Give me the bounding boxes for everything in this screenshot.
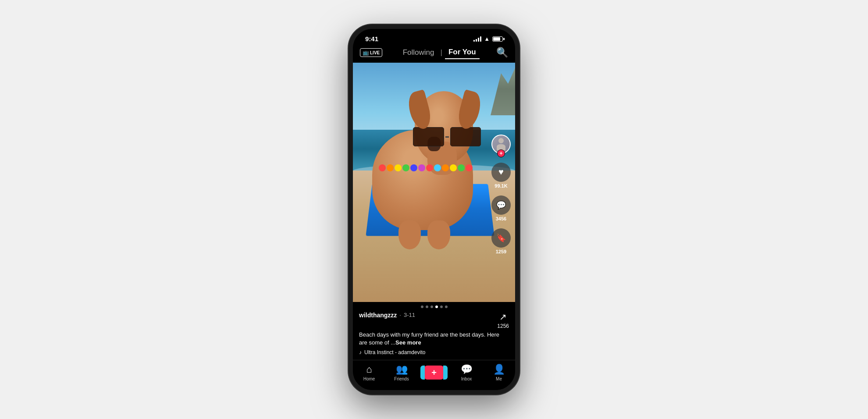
action-buttons: + ♥ 99.1K 💬 3456 🔖 1259 [491,135,511,254]
top-nav: 📺 LIVE Following | For You 🔍 [353,44,515,63]
for-you-tab[interactable]: For You [445,46,480,59]
friends-label: Friends [394,376,409,381]
bookmark-count: 1259 [496,249,506,254]
post-date-value: 3-11 [404,312,415,318]
share-icon: ↗ [499,312,507,322]
comment-button[interactable]: 💬 3456 [491,195,511,221]
nav-divider: | [440,48,442,57]
follow-plus-icon: + [497,149,505,157]
page-dots [359,305,509,308]
time: 9:41 [365,35,378,43]
following-tab[interactable]: Following [399,46,438,59]
dot-5 [440,305,443,308]
dot-6 [445,305,448,308]
inbox-label: Inbox [461,376,472,381]
bottom-nav: ⌂ Home 👥 Friends + 💬 Inbox 👤 Me [353,360,515,390]
music-icon: ♪ [359,349,362,355]
music-text: Ultra Instinct - adamdevito [364,349,425,355]
nav-friends[interactable]: 👥 Friends [388,364,415,381]
battery-icon [492,36,503,42]
status-bar: 9:41 ▲ [353,29,515,44]
home-icon: ⌂ [366,364,372,375]
nav-inbox[interactable]: 💬 Inbox [453,364,480,381]
dot-4 [435,305,438,308]
dot-1 [421,305,423,308]
video-area[interactable]: + ♥ 99.1K 💬 3456 🔖 1259 [353,63,515,302]
beach-scene [353,63,515,302]
bottom-info: wildthangzzz · 3-11 ↗ 1256 Beach days wi… [353,302,515,360]
inbox-icon: 💬 [461,364,473,375]
bookmark-icon: 🔖 [491,228,511,248]
signal-icon [473,36,481,42]
wifi-icon: ▲ [484,36,490,42]
sunglasses [413,127,481,146]
add-button[interactable]: + [424,366,444,380]
post-meta: wildthangzzz · 3-11 [359,312,415,319]
comment-count: 3456 [496,216,506,221]
share-count: 1256 [497,323,509,329]
right-lens [450,127,481,146]
nav-tabs: Following | For You [399,46,480,59]
see-more-button[interactable]: See more [395,339,421,346]
paw-right [427,220,450,249]
paw-left [398,220,421,249]
share-button[interactable]: ↗ 1256 [497,312,509,329]
search-button[interactable]: 🔍 [496,47,508,58]
nav-add[interactable]: + [421,366,447,380]
me-label: Me [496,376,502,381]
bridge [445,136,449,138]
friends-icon: 👥 [396,364,408,375]
bookmark-button[interactable]: 🔖 1259 [491,228,511,254]
like-count: 99.1K [494,183,507,188]
like-button[interactable]: ♥ 99.1K [491,163,511,188]
phone-frame: 9:41 ▲ 📺 LIVE Following [349,25,519,394]
live-tv-icon: 📺 [363,50,369,56]
nav-home[interactable]: ⌂ Home [356,364,382,381]
add-plus-icon: + [430,368,438,378]
post-caption: Beach days with my furry friend are the … [359,331,509,347]
phone-inner: 9:41 ▲ 📺 LIVE Following [353,29,515,390]
home-label: Home [363,376,375,381]
heart-icon: ♥ [491,163,511,182]
post-date: · [399,312,401,318]
status-icons: ▲ [473,36,503,42]
dot-3 [430,305,433,308]
left-lens [413,127,444,146]
lei-flowers [379,144,473,192]
avatar-container[interactable]: + [491,135,511,154]
music-row[interactable]: ♪ Ultra Instinct - adamdevito [359,349,509,355]
nav-me[interactable]: 👤 Me [486,364,512,381]
me-icon: 👤 [493,364,505,375]
live-button[interactable]: 📺 LIVE [360,48,382,57]
post-row: wildthangzzz · 3-11 ↗ 1256 [359,312,509,329]
avatar-silhouette [495,138,507,150]
comment-icon: 💬 [491,195,511,215]
dot-2 [426,305,428,308]
username[interactable]: wildthangzzz [359,312,397,319]
